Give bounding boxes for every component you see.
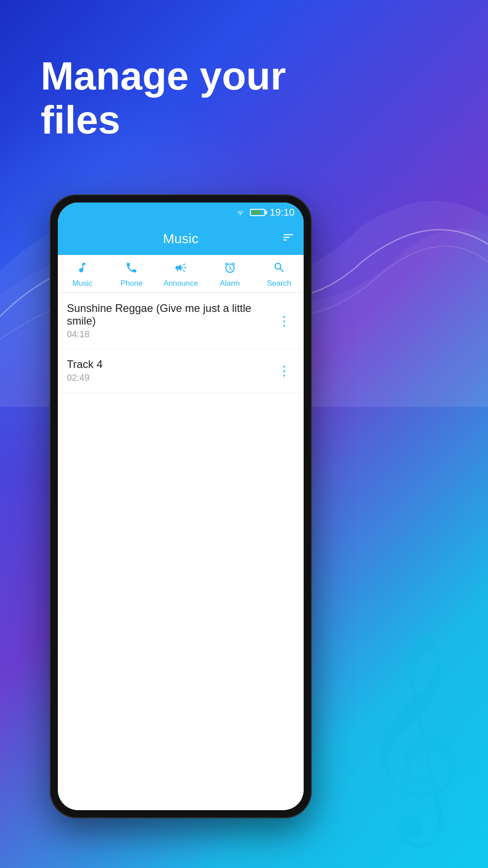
track-duration: 02:49 xyxy=(67,373,274,383)
track-info: Sunshine Reggae (Give me just a little s… xyxy=(67,302,274,340)
headline-line1: Manage your xyxy=(41,54,286,98)
battery-fill xyxy=(252,211,261,214)
phone-icon xyxy=(125,261,138,277)
headline: Manage your files xyxy=(41,54,286,142)
tab-search-label: Search xyxy=(267,279,291,288)
track-info: Track 4 02:49 xyxy=(67,358,274,383)
tab-alarm-label: Alarm xyxy=(220,279,240,288)
track-menu-button[interactable]: ⋮ xyxy=(274,309,295,332)
tab-announce[interactable]: Announce xyxy=(156,255,206,292)
track-name: Track 4 xyxy=(67,358,274,371)
tab-search[interactable]: Search xyxy=(254,255,304,292)
tab-phone[interactable]: Phone xyxy=(107,255,156,292)
headline-line2: files xyxy=(41,98,286,142)
track-menu-button[interactable]: ⋮ xyxy=(274,359,295,382)
phone-frame: 19:10 Music xyxy=(50,194,312,818)
alarm-icon xyxy=(224,261,236,277)
wifi-icon xyxy=(235,208,245,217)
app-title: Music xyxy=(163,231,198,246)
tab-announce-label: Announce xyxy=(164,279,198,288)
music-icon xyxy=(76,261,89,277)
track-item[interactable]: Track 4 02:49 ⋮ xyxy=(58,349,304,392)
tab-music[interactable]: Music xyxy=(58,255,107,292)
sort-icon[interactable] xyxy=(282,231,295,247)
track-list: Sunshine Reggae (Give me just a little s… xyxy=(58,293,304,810)
tab-alarm[interactable]: Alarm xyxy=(205,255,254,292)
tab-bar: Music Phone Anno xyxy=(58,255,304,293)
treble-clef-decoration: 𝄞 xyxy=(359,642,465,823)
search-icon xyxy=(273,261,286,277)
status-time: 19:10 xyxy=(270,207,295,218)
phone-mockup: 19:10 Music xyxy=(50,194,312,818)
tab-music-label: Music xyxy=(72,279,92,288)
track-item[interactable]: Sunshine Reggae (Give me just a little s… xyxy=(58,293,304,349)
track-name: Sunshine Reggae (Give me just a little s… xyxy=(67,302,274,327)
status-bar: 19:10 xyxy=(58,203,304,222)
app-header: Music xyxy=(58,222,304,255)
phone-screen: 19:10 Music xyxy=(58,203,304,810)
announce-icon xyxy=(174,261,187,277)
track-duration: 04:18 xyxy=(67,329,274,340)
battery-icon xyxy=(250,209,265,216)
tab-phone-label: Phone xyxy=(121,279,143,288)
